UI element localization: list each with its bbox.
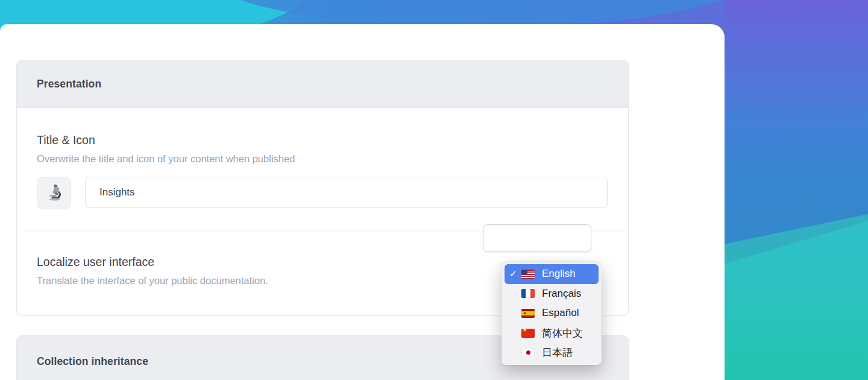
language-option-label: English <box>542 268 576 280</box>
language-select[interactable] <box>483 224 591 252</box>
background-blue-blob <box>211 0 753 27</box>
language-option[interactable]: ✓ English <box>505 264 599 284</box>
settings-screen: Presentation Title & Icon Overwrite the … <box>0 0 868 380</box>
content-icon-button[interactable] <box>37 177 71 209</box>
collection-card-title: Collection inheritance <box>37 355 148 368</box>
language-option-label: Français <box>542 288 581 300</box>
flag-fr-icon <box>521 289 535 298</box>
language-option[interactable]: Español <box>505 303 599 323</box>
title-icon-row <box>37 177 608 209</box>
title-icon-description: Overwrite the title and icon of your con… <box>37 153 608 165</box>
settings-panel: Presentation Title & Icon Overwrite the … <box>0 24 725 380</box>
flag-cn-icon <box>521 329 535 338</box>
language-option[interactable]: 简体中文 <box>505 323 599 343</box>
title-icon-heading: Title & Icon <box>37 133 608 147</box>
flag-us-icon <box>521 270 535 279</box>
flag-jp-icon <box>521 348 535 357</box>
language-option-label: 简体中文 <box>542 326 583 340</box>
flag-es-icon <box>521 309 535 318</box>
presentation-card-title: Presentation <box>37 78 101 90</box>
microscope-icon <box>45 183 63 203</box>
language-dropdown-list: ✓ English Français Español 简体中文 日本語 <box>505 264 599 363</box>
language-option[interactable]: 日本語 <box>505 343 599 363</box>
language-option[interactable]: Français <box>505 284 599 304</box>
checkmark-icon: ✓ <box>509 268 521 279</box>
language-dropdown-menu: ✓ English Français Español 简体中文 日本語 <box>502 262 602 365</box>
language-option-label: Español <box>542 307 579 319</box>
title-icon-section: Title & Icon Overwrite the title and ico… <box>17 108 628 232</box>
background-right-gradient <box>725 0 868 380</box>
title-input[interactable] <box>85 177 608 208</box>
language-option-label: 日本語 <box>542 346 573 359</box>
presentation-card-header: Presentation <box>17 60 628 108</box>
